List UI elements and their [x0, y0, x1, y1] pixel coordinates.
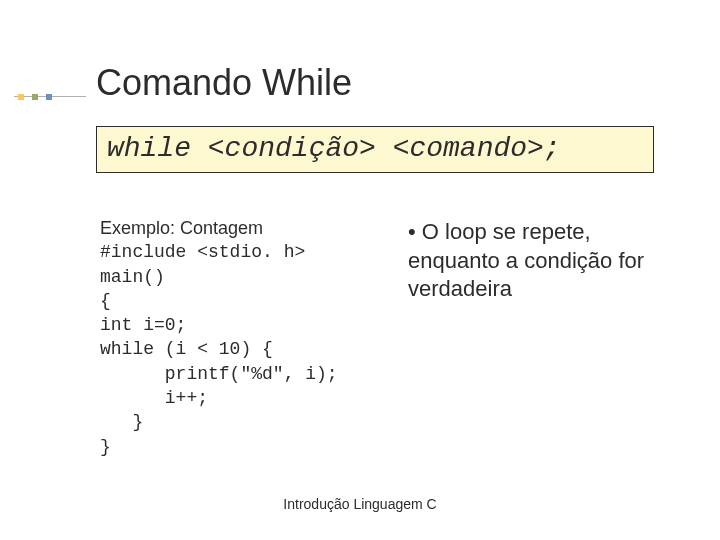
example-code-line: i++;	[100, 386, 400, 410]
syntax-box: while <condição> <comando>;	[96, 126, 654, 173]
example-header: Exemplo: Contagem	[100, 216, 400, 240]
example-code-line: printf("%d", i);	[100, 362, 400, 386]
example-code-line: }	[100, 435, 400, 459]
example-code-line: }	[100, 410, 400, 434]
explanation-bullet: • O loop se repete, enquanto a condição …	[408, 218, 660, 304]
example-code-line: {	[100, 289, 400, 313]
ornament-square-yellow	[18, 94, 24, 100]
ornament-square-green	[32, 94, 38, 100]
ornament-square-blue	[46, 94, 52, 100]
slide-ornament	[14, 88, 86, 106]
example-code-line: int i=0;	[100, 313, 400, 337]
slide-footer: Introdução Linguagem C	[0, 496, 720, 512]
code-example: Exemplo: Contagem #include <stdio. h> ma…	[100, 216, 400, 459]
example-code-line: #include <stdio. h>	[100, 240, 400, 264]
example-code-line: main()	[100, 265, 400, 289]
example-code-line: while (i < 10) {	[100, 337, 400, 361]
slide-title: Comando While	[96, 62, 352, 104]
